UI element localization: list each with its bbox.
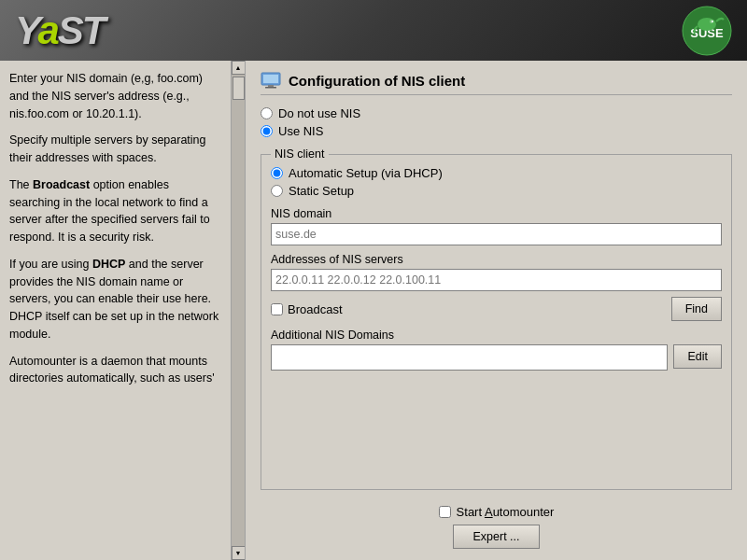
radio-auto-setup-label[interactable]: Automatic Setup (via DHCP) [271,166,722,180]
nis-servers-input[interactable] [271,269,722,291]
monitor-icon [261,72,281,89]
config-title: Configuration of NIS client [261,72,732,95]
additional-domains-row: Edit [271,344,722,371]
radio-static-setup[interactable] [271,185,283,197]
header: YaST SUSE [0,0,747,61]
radio-use-nis[interactable] [261,125,273,137]
nis-setup-radio-group: Automatic Setup (via DHCP) Static Setup [271,166,722,198]
help-para-1: Enter your NIS domain (e,g, foo.com) and… [9,70,219,122]
start-automounter-checkbox[interactable] [439,506,451,518]
edit-button[interactable]: Edit [673,344,722,369]
config-title-text: Configuration of NIS client [289,73,465,89]
svg-point-4 [712,21,713,22]
broadcast-row: Broadcast Find [271,297,722,321]
radio-no-nis-label[interactable]: Do not use NIS [261,106,732,120]
right-panel: Configuration of NIS client Do not use N… [246,61,747,560]
broadcast-checkbox[interactable] [271,303,283,315]
svg-rect-6 [263,75,278,83]
main-content: Enter your NIS domain (e,g, foo.com) and… [0,61,747,560]
radio-no-nis-text: Do not use NIS [278,106,360,120]
additional-domains-label: Additional NIS Domains [271,329,722,342]
nis-client-legend: NIS client [271,147,329,161]
radio-static-setup-text: Static Setup [289,184,354,198]
nis-client-fieldset: NIS client Automatic Setup (via DHCP) St… [261,147,732,490]
help-para-4: If you are using DHCP and the server pro… [9,256,219,343]
suse-logo: SUSE [682,6,732,56]
radio-static-setup-label[interactable]: Static Setup [271,184,722,198]
radio-use-nis-label[interactable]: Use NIS [261,124,732,138]
svg-rect-7 [268,85,274,87]
nis-top-radio-group: Do not use NIS Use NIS [261,106,732,138]
help-para-2: Specify multiple servers by separating t… [9,132,219,167]
nis-domain-label: NIS domain [271,207,722,220]
help-para-3: The Broadcast option enables searching i… [9,176,219,246]
radio-auto-setup[interactable] [271,167,283,179]
bottom-area: Start Automounter Expert ... [261,505,732,549]
broadcast-label: Broadcast [288,302,343,316]
radio-no-nis[interactable] [261,107,273,119]
left-text-area: Enter your NIS domain (e,g, foo.com) and… [0,61,231,560]
scroll-up-button[interactable]: ▲ [232,61,246,75]
broadcast-left: Broadcast [271,302,343,316]
radio-use-nis-text: Use NIS [278,124,323,138]
left-panel: Enter your NIS domain (e,g, foo.com) and… [0,61,246,560]
scroll-thumb[interactable] [233,77,245,100]
radio-auto-setup-text: Automatic Setup (via DHCP) [289,166,443,180]
yast-logo: YaST [15,8,105,53]
left-help-text: Enter your NIS domain (e,g, foo.com) and… [9,70,219,387]
left-scrollbar: ▲ ▼ [231,61,245,560]
svg-rect-8 [265,87,276,89]
scroll-track [232,75,246,546]
svg-point-2 [698,18,716,31]
dhcp-bold: DHCP [92,258,125,271]
nis-servers-label: Addresses of NIS servers [271,253,722,266]
broadcast-bold: Broadcast [33,178,90,191]
start-automounter-label: Start Automounter [457,505,555,519]
automounter-row: Start Automounter [439,505,555,519]
help-para-5: Automounter is a daemon that mounts dire… [9,353,219,388]
find-button[interactable]: Find [671,297,722,321]
nis-domain-input[interactable] [271,223,722,245]
scroll-down-button[interactable]: ▼ [232,546,246,560]
nis-servers-row [271,269,722,291]
additional-domains-input[interactable] [271,344,668,371]
expert-button[interactable]: Expert ... [453,525,539,549]
